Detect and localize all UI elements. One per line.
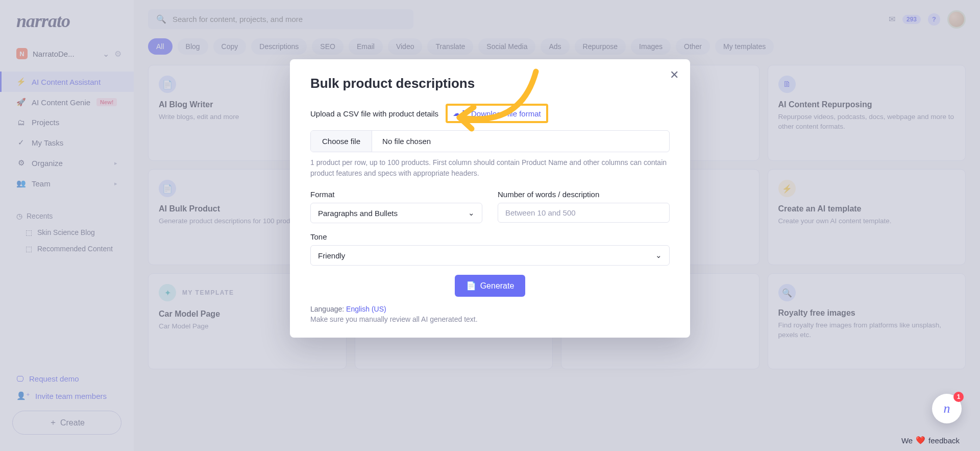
bulk-product-modal: ✕ Bulk product descriptions Upload a CSV… [290, 59, 690, 338]
format-select[interactable]: Paragraphs and Bullets ⌄ [310, 203, 482, 223]
file-input-row: Choose file No file chosen [310, 130, 670, 152]
file-icon: 📄 [466, 281, 476, 291]
modal-overlay: ✕ Bulk product descriptions Upload a CSV… [0, 0, 980, 451]
language-row: Language: English (US) [310, 305, 670, 313]
chat-bubble-button[interactable]: n 1 [932, 394, 962, 423]
review-note: Make sure you manually review all AI gen… [310, 315, 670, 323]
heart-icon: ❤️ [916, 436, 925, 445]
no-file-text: No file chosen [372, 131, 441, 152]
tone-label: Tone [310, 232, 670, 241]
tone-select[interactable]: Friendly ⌄ [310, 245, 670, 266]
brand-n-icon: n [944, 401, 950, 416]
cloud-download-icon: ☁⬇ [453, 109, 467, 118]
close-button[interactable]: ✕ [670, 68, 679, 82]
language-link[interactable]: English (US) [346, 305, 386, 313]
upload-label: Upload a CSV file with product details [310, 109, 438, 118]
chevron-down-icon: ⌄ [655, 251, 662, 260]
chevron-down-icon: ⌄ [468, 208, 475, 218]
words-label: Number of words / description [498, 190, 670, 199]
chat-badge: 1 [953, 392, 964, 402]
feedback-pill[interactable]: We ❤️ feedback [901, 436, 960, 445]
generate-button[interactable]: 📄 Generate [455, 275, 526, 297]
choose-file-button[interactable]: Choose file [311, 131, 372, 152]
upload-hint: 1 product per row, up to 100 products. F… [310, 157, 670, 179]
modal-title: Bulk product descriptions [310, 76, 670, 91]
download-file-format-link[interactable]: ☁⬇ Download file format [446, 104, 548, 123]
format-label: Format [310, 190, 482, 199]
words-input[interactable]: Between 10 and 500 [498, 203, 670, 223]
